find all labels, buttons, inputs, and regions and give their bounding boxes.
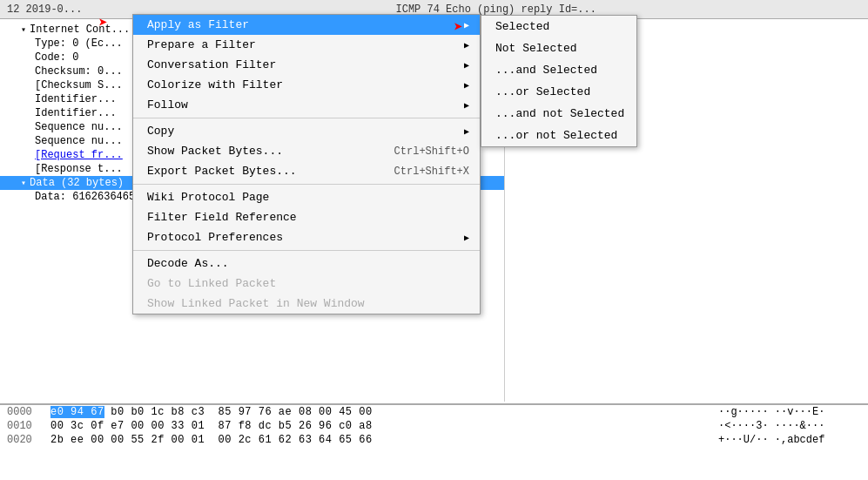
hex-bytes-2: 2b ee 00 00 55 2f 00 01 00 2c 61 62 63 6… [50, 434, 704, 446]
red-arrow-sub: ➤ [454, 17, 463, 37]
colorize-filter-label: Colorize with Filter [147, 78, 283, 91]
or-selected-label: ...or Selected [495, 85, 590, 98]
submenu-arrow-copy: ▶ [464, 126, 469, 137]
hex-ascii-0: ··g····· ··v···E· [704, 406, 861, 418]
hex-ascii-1: ·<····3· ····&··· [704, 420, 861, 432]
selected-label: Selected [495, 20, 549, 33]
menu-item-colorize-filter[interactable]: Colorize with Filter ▶ [133, 75, 480, 95]
hex-dump-panel: 0000 e0 94 67 b0 b0 1c b8 c3 85 97 76 ae… [0, 403, 868, 480]
hex-offset-0: 0000 [7, 406, 50, 418]
hex-ascii-2: +···U/·· ·,abcdef [704, 434, 861, 446]
hex-bytes-1: 00 3c 0f e7 00 00 33 01 87 f8 dc b5 26 9… [50, 420, 704, 432]
show-packet-bytes-label: Show Packet Bytes... [147, 145, 283, 158]
hex-row-1: 0010 00 3c 0f e7 00 00 33 01 87 f8 dc b5… [0, 419, 868, 433]
submenu-arrow-apply: ▶ [464, 20, 469, 30]
menu-item-show-linked-packet: Show Linked Packet in New Window [133, 294, 480, 314]
menu-item-protocol-prefs[interactable]: Protocol Preferences ▶ [133, 227, 480, 247]
menu-item-go-linked-packet: Go to Linked Packet [133, 274, 480, 294]
data-caret-icon: ▾ [21, 178, 26, 188]
wiki-protocol-label: Wiki Protocol Page [147, 191, 269, 204]
conversation-filter-label: Conversation Filter [147, 58, 276, 71]
prepare-filter-label: Prepare a Filter [147, 38, 256, 51]
menu-item-export-packet-bytes[interactable]: Export Packet Bytes... Ctrl+Shift+X [133, 161, 480, 181]
submenu-arrow-prepare: ▶ [464, 40, 469, 51]
menu-item-prepare-filter[interactable]: Prepare a Filter ▶ [133, 35, 480, 55]
hex-bytes-0: e0 94 67 b0 b0 1c b8 c3 85 97 76 ae 08 0… [50, 406, 704, 418]
copy-label: Copy [147, 125, 174, 138]
and-selected-label: ...and Selected [495, 64, 597, 77]
hex-highlight: e0 94 67 [50, 406, 104, 418]
hex-offset-2: 0020 [7, 434, 50, 446]
submenu-arrow-colorize: ▶ [464, 80, 469, 91]
menu-item-show-packet-bytes[interactable]: Show Packet Bytes... Ctrl+Shift+O [133, 141, 480, 161]
menu-item-apply-as-filter[interactable]: Apply as Filter ▶ ➤ [133, 15, 480, 35]
separator-2 [133, 184, 480, 185]
hex-row-0: 0000 e0 94 67 b0 b0 1c b8 c3 85 97 76 ae… [0, 405, 868, 419]
or-not-selected-label: ...or not Selected [495, 129, 617, 142]
menu-item-filter-field-ref[interactable]: Filter Field Reference [133, 207, 480, 227]
internet-cont-label: Internet Cont... [30, 24, 130, 36]
show-packet-bytes-shortcut: Ctrl+Shift+O [394, 145, 469, 158]
hex-offset-1: 0010 [7, 420, 50, 432]
context-menu: Apply as Filter ▶ ➤ Prepare a Filter ▶ C… [132, 14, 481, 314]
submenu-item-and-not-selected[interactable]: ...and not Selected [481, 103, 636, 125]
submenu-item-and-selected[interactable]: ...and Selected [481, 59, 636, 81]
decode-as-label: Decode As... [147, 257, 229, 270]
menu-item-conversation-filter[interactable]: Conversation Filter ▶ [133, 55, 480, 75]
top-bar-text: 12 2019-0... [7, 3, 82, 16]
hex-row-2: 0020 2b ee 00 00 55 2f 00 01 00 2c 61 62… [0, 433, 868, 447]
submenu-arrow-follow: ▶ [464, 100, 469, 111]
follow-label: Follow [147, 98, 188, 112]
protocol-prefs-label: Protocol Preferences [147, 231, 283, 244]
submenu-item-or-not-selected[interactable]: ...or not Selected [481, 125, 636, 146]
menu-item-decode-as[interactable]: Decode As... [133, 254, 480, 274]
submenu-arrow-conversation: ▶ [464, 60, 469, 71]
show-linked-packet-label: Show Linked Packet in New Window [147, 297, 365, 310]
separator-3 [133, 250, 480, 251]
data-section-label: Data (32 bytes) [30, 177, 124, 189]
not-selected-label: Not Selected [495, 42, 577, 55]
submenu-item-selected[interactable]: Selected ➤ [481, 16, 636, 37]
export-packet-bytes-label: Export Packet Bytes... [147, 165, 297, 178]
submenu-item-or-selected[interactable]: ...or Selected [481, 81, 636, 103]
and-not-selected-label: ...and not Selected [495, 107, 624, 120]
export-packet-bytes-shortcut: Ctrl+Shift+X [394, 166, 469, 178]
go-linked-packet-label: Go to Linked Packet [147, 277, 276, 290]
caret-icon: ▾ [21, 24, 26, 35]
menu-item-wiki-protocol[interactable]: Wiki Protocol Page [133, 187, 480, 207]
menu-item-copy[interactable]: Copy ▶ [133, 121, 480, 141]
submenu-item-not-selected[interactable]: Not Selected [481, 37, 636, 59]
red-arrow-main: ➤ [98, 13, 108, 32]
submenu-arrow-prefs: ▶ [464, 233, 469, 243]
apply-filter-submenu: Selected ➤ Not Selected ...and Selected … [481, 15, 637, 147]
menu-item-follow[interactable]: Follow ▶ [133, 95, 480, 115]
separator-1 [133, 118, 480, 118]
filter-field-ref-label: Filter Field Reference [147, 211, 297, 224]
apply-as-filter-label: Apply as Filter [147, 18, 249, 31]
